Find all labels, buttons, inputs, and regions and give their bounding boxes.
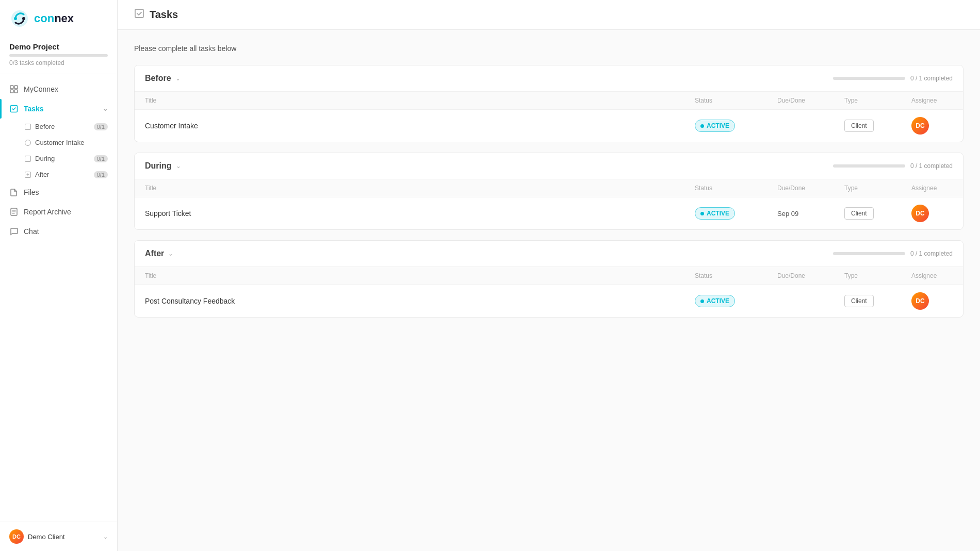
type-badge: Client	[844, 295, 874, 307]
after-section-title: After	[145, 249, 164, 258]
sidebar-item-files[interactable]: Files	[0, 182, 117, 202]
after-col-status: Status	[695, 272, 777, 279]
svg-rect-4	[14, 86, 18, 89]
after-section: After ⌄ 0 / 1 completed Title Status Due…	[134, 240, 963, 318]
before-chevron-icon[interactable]: ⌄	[175, 75, 181, 82]
sidebar-item-chat[interactable]: Chat	[0, 222, 117, 241]
table-row[interactable]: Post Consultancy Feedback ACTIVE Client	[135, 285, 963, 317]
after-title-row: After ⌄	[145, 249, 173, 258]
during-section: During ⌄ 0 / 1 completed Title Status Du…	[134, 153, 963, 230]
page-subtitle: Please complete all tasks below	[134, 44, 963, 53]
status-badge: ACTIVE	[695, 207, 735, 220]
files-icon	[9, 188, 19, 197]
table-row[interactable]: Customer Intake ACTIVE Client DC	[135, 110, 963, 142]
sidebar-sub-after[interactable]: + After 0/1	[0, 166, 117, 182]
sidebar-sub-before[interactable]: Before 0/1	[0, 119, 117, 135]
during-col-title: Title	[145, 185, 695, 192]
sidebar-item-myconnex[interactable]: MyConnex	[0, 79, 117, 99]
before-progress: 0 / 1 completed	[833, 75, 953, 82]
project-progress-bar	[9, 54, 108, 57]
before-section: Before ⌄ 0 / 1 completed Title Status Du…	[134, 65, 963, 142]
before-progress-text: 0 / 1 completed	[910, 75, 953, 82]
task-name-customer-intake: Customer Intake	[145, 122, 695, 130]
sidebar-item-tasks-label: Tasks	[24, 105, 97, 113]
table-row[interactable]: Support Ticket ACTIVE Sep 09 Client DC	[135, 197, 963, 229]
during-section-header: During ⌄ 0 / 1 completed	[135, 153, 963, 179]
assignee-avatar: DC	[911, 292, 929, 310]
status-badge: ACTIVE	[695, 120, 735, 132]
sidebar-item-report-archive[interactable]: Report Archive	[0, 202, 117, 222]
task-name-support-ticket: Support Ticket	[145, 209, 695, 218]
status-dot	[700, 124, 704, 128]
during-square-icon	[25, 156, 31, 162]
after-square-icon: +	[25, 172, 31, 178]
after-col-assignee: Assignee	[911, 272, 953, 279]
logo-area: connex	[0, 0, 117, 37]
sidebar-item-report-archive-label: Report Archive	[24, 208, 108, 216]
sidebar-sub-after-label: After	[35, 171, 49, 178]
sidebar-sub-during-label: During	[35, 155, 55, 162]
svg-rect-6	[14, 90, 18, 93]
before-col-status: Status	[695, 97, 777, 104]
before-table-header: Title Status Due/Done Type Assignee	[135, 92, 963, 110]
svg-rect-5	[10, 90, 13, 93]
assignee-avatar: DC	[911, 117, 929, 135]
tasks-sub-menu: Before 0/1 Customer Intake During 0/1 + …	[0, 119, 117, 182]
during-col-type: Type	[844, 185, 911, 192]
status-dot	[700, 212, 704, 215]
main-content: Tasks Please complete all tasks below Be…	[118, 0, 980, 551]
during-col-assignee: Assignee	[911, 185, 953, 192]
sidebar-sub-before-label: Before	[35, 123, 55, 130]
connex-logo-icon	[10, 9, 29, 28]
page-header: Tasks	[118, 0, 980, 30]
user-chevron-icon: ⌄	[103, 533, 108, 540]
user-avatar: DC	[9, 529, 24, 544]
task-assignee-support-ticket: DC	[911, 205, 953, 222]
sidebar-item-myconnex-label: MyConnex	[24, 85, 108, 93]
task-status-post-consultancy: ACTIVE	[695, 295, 777, 307]
svg-point-1	[14, 17, 17, 20]
during-progress-text: 0 / 1 completed	[910, 162, 953, 170]
during-table-header: Title Status Due/Done Type Assignee	[135, 179, 963, 197]
before-section-header: Before ⌄ 0 / 1 completed	[135, 65, 963, 92]
before-col-due: Due/Done	[777, 97, 844, 104]
user-section[interactable]: DC Demo Client ⌄	[0, 522, 117, 551]
tasks-page-icon	[134, 8, 144, 21]
task-status-customer-intake: ACTIVE	[695, 120, 777, 132]
logo-text: connex	[34, 12, 74, 25]
task-type-support-ticket: Client	[844, 207, 911, 220]
during-progress: 0 / 1 completed	[833, 162, 953, 170]
before-progress-bar	[833, 77, 905, 80]
customer-intake-circle-icon	[25, 140, 31, 146]
task-status-support-ticket: ACTIVE	[695, 207, 777, 220]
sidebar-item-files-label: Files	[24, 188, 108, 196]
svg-rect-9	[135, 9, 143, 18]
task-assignee-post-consultancy: DC	[911, 292, 953, 310]
after-chevron-icon[interactable]: ⌄	[168, 250, 173, 257]
report-icon	[9, 207, 19, 216]
sidebar-item-tasks[interactable]: Tasks ⌄	[0, 99, 117, 119]
sidebar-sub-customer-intake-label: Customer Intake	[35, 139, 84, 146]
after-section-header: After ⌄ 0 / 1 completed	[135, 241, 963, 267]
after-table: Title Status Due/Done Type Assignee Post…	[135, 267, 963, 317]
task-due-support-ticket: Sep 09	[777, 210, 844, 218]
after-table-header: Title Status Due/Done Type Assignee	[135, 267, 963, 285]
during-badge: 0/1	[94, 155, 108, 162]
during-section-title: During	[145, 161, 172, 171]
before-title-row: Before ⌄	[145, 74, 181, 83]
before-section-title: Before	[145, 74, 171, 83]
type-badge: Client	[844, 120, 874, 132]
svg-point-2	[22, 17, 25, 20]
assignee-avatar: DC	[911, 205, 929, 222]
during-table: Title Status Due/Done Type Assignee Supp…	[135, 179, 963, 229]
sidebar-sub-customer-intake[interactable]: Customer Intake	[0, 135, 117, 151]
svg-rect-3	[10, 86, 13, 89]
project-name: Demo Project	[9, 42, 108, 51]
user-name: Demo Client	[28, 533, 99, 541]
task-type-customer-intake: Client	[844, 120, 911, 132]
during-col-status: Status	[695, 185, 777, 192]
sidebar: connex Demo Project 0/3 tasks completed …	[0, 0, 118, 551]
sidebar-sub-during[interactable]: During 0/1	[0, 151, 117, 166]
during-chevron-icon[interactable]: ⌄	[176, 162, 181, 170]
status-dot	[700, 299, 704, 303]
